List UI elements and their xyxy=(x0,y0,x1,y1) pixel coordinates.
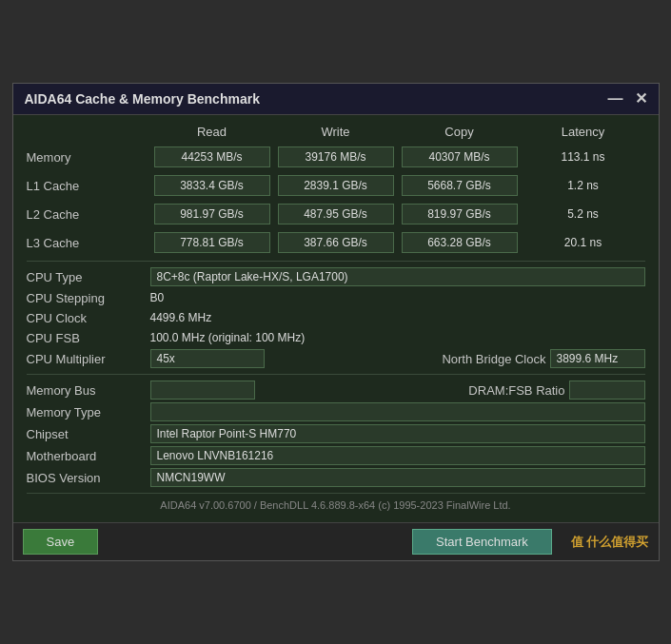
window-title: AIDA64 Cache & Memory Benchmark xyxy=(25,91,260,107)
bench-row-l2: L2 Cache 981.97 GB/s 487.95 GB/s 819.97 … xyxy=(27,204,645,224)
l1-latency: 1.2 ns xyxy=(525,176,641,195)
dram-fsb-value xyxy=(569,381,645,400)
l2-write: 487.95 GB/s xyxy=(278,204,394,224)
cpu-stepping-row: CPU Stepping B0 xyxy=(27,289,645,306)
chipset-row: Chipset Intel Raptor Point-S HM770 xyxy=(27,424,645,443)
mem-type-label: Memory Type xyxy=(27,405,150,420)
l2-copy: 819.97 GB/s xyxy=(402,204,518,224)
mem-type-row: Memory Type xyxy=(27,402,645,421)
mem-bus-label: Memory Bus xyxy=(27,383,150,398)
titlebar: AIDA64 Cache & Memory Benchmark — ✕ xyxy=(13,84,659,115)
watermark-text: 值 什么值得买 xyxy=(571,534,649,551)
minimize-button[interactable]: — xyxy=(608,91,623,107)
close-button[interactable]: ✕ xyxy=(635,91,647,107)
l2-label: L2 Cache xyxy=(27,207,150,222)
cpu-type-label: CPU Type xyxy=(27,270,150,284)
memory-label: Memory xyxy=(27,150,150,165)
l1-read: 3833.4 GB/s xyxy=(154,175,270,196)
chipset-label: Chipset xyxy=(27,427,150,441)
divider-1 xyxy=(27,261,645,262)
motherboard-row: Motherboard Lenovo LNVNB161216 xyxy=(27,446,645,465)
divider-2 xyxy=(27,374,645,375)
cpu-multiplier-row: CPU Multiplier 45x North Bridge Clock 38… xyxy=(27,349,645,368)
l3-latency: 20.1 ns xyxy=(525,233,641,252)
header-write: Write xyxy=(274,125,398,139)
cpu-fsb-label: CPU FSB xyxy=(27,331,150,345)
cpu-stepping-label: CPU Stepping xyxy=(27,291,150,305)
header-read: Read xyxy=(150,125,274,139)
memory-read: 44253 MB/s xyxy=(154,146,270,167)
motherboard-label: Motherboard xyxy=(27,449,150,463)
memory-latency: 113.1 ns xyxy=(525,147,641,166)
l1-write: 2839.1 GB/s xyxy=(278,175,394,196)
l3-copy: 663.28 GB/s xyxy=(402,232,518,253)
mem-bus-row: Memory Bus DRAM:FSB Ratio xyxy=(27,381,645,400)
column-headers: Read Write Copy Latency xyxy=(27,125,645,141)
nb-clock-label: North Bridge Clock xyxy=(442,352,549,366)
l2-read: 981.97 GB/s xyxy=(154,204,270,224)
titlebar-controls: — ✕ xyxy=(608,91,647,107)
cpu-fsb-value: 100.0 MHz (original: 100 MHz) xyxy=(150,329,645,346)
save-button[interactable]: Save xyxy=(23,529,99,555)
memory-write: 39176 MB/s xyxy=(278,146,394,167)
cpu-clock-row: CPU Clock 4499.6 MHz xyxy=(27,309,645,326)
cpu-multiplier-value: 45x xyxy=(150,349,265,368)
header-latency: Latency xyxy=(522,125,645,139)
cpu-type-value: 8C+8c (Raptor Lake-HX/S, LGA1700) xyxy=(150,267,645,286)
cpu-stepping-value: B0 xyxy=(150,289,645,306)
memory-copy: 40307 MB/s xyxy=(402,146,518,167)
cpu-clock-label: CPU Clock xyxy=(27,311,150,325)
main-content: Read Write Copy Latency Memory 44253 MB/… xyxy=(13,115,659,522)
cpu-multiplier-label: CPU Multiplier xyxy=(27,352,150,366)
l1-label: L1 Cache xyxy=(27,179,150,193)
main-window: AIDA64 Cache & Memory Benchmark — ✕ Read… xyxy=(12,83,660,561)
motherboard-value: Lenovo LNVNB161216 xyxy=(150,446,645,465)
info-section: CPU Type 8C+8c (Raptor Lake-HX/S, LGA170… xyxy=(27,267,645,487)
mem-bus-value xyxy=(150,381,255,400)
header-copy: Copy xyxy=(398,125,522,139)
bench-row-memory: Memory 44253 MB/s 39176 MB/s 40307 MB/s … xyxy=(27,146,645,167)
bios-row: BIOS Version NMCN19WW xyxy=(27,468,645,487)
mem-type-value xyxy=(150,402,645,421)
start-benchmark-button[interactable]: Start Benchmark xyxy=(412,529,552,555)
dram-fsb-label: DRAM:FSB Ratio xyxy=(468,383,568,398)
bottom-bar: Save Start Benchmark 值 什么值得买 xyxy=(13,522,659,560)
l2-latency: 5.2 ns xyxy=(525,205,641,224)
bench-row-l3: L3 Cache 778.81 GB/s 387.66 GB/s 663.28 … xyxy=(27,232,645,253)
bios-label: BIOS Version xyxy=(27,471,150,485)
l1-copy: 5668.7 GB/s xyxy=(402,175,518,196)
nb-clock-value: 3899.6 MHz xyxy=(550,349,645,368)
footer-text: AIDA64 v7.00.6700 / BenchDLL 4.6.889.8-x… xyxy=(27,493,645,515)
chipset-value: Intel Raptor Point-S HM770 xyxy=(150,424,645,443)
cpu-fsb-row: CPU FSB 100.0 MHz (original: 100 MHz) xyxy=(27,329,645,346)
l3-label: L3 Cache xyxy=(27,236,150,250)
l3-read: 778.81 GB/s xyxy=(154,232,270,253)
l3-write: 387.66 GB/s xyxy=(278,232,394,253)
bench-row-l1: L1 Cache 3833.4 GB/s 2839.1 GB/s 5668.7 … xyxy=(27,175,645,196)
bios-value: NMCN19WW xyxy=(150,468,645,487)
col-empty xyxy=(27,125,150,139)
cpu-clock-value: 4499.6 MHz xyxy=(150,309,645,326)
cpu-type-row: CPU Type 8C+8c (Raptor Lake-HX/S, LGA170… xyxy=(27,267,645,286)
